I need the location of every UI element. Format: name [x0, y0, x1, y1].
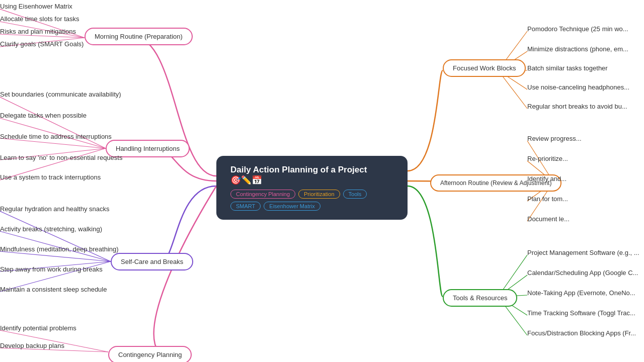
morning-leaf-1: Using Eisenhower Matrix — [0, 3, 72, 10]
mindmap-canvas: Daily Action Planning of a Project 🎯✏️📅 … — [0, 0, 644, 362]
afternoon-leaf-5: Document le... — [527, 215, 570, 223]
morning-leaf-3: Risks and plan mitigations — [0, 28, 76, 35]
tag-prioritization[interactable]: Prioritization — [298, 190, 340, 199]
tools-leaf-2: Calendar/Scheduling App (Google C... — [527, 269, 638, 277]
focused-leaf-3: Batch similar tasks together — [527, 64, 608, 72]
tools-leaf-1: Project Management Software (e.g., ... — [527, 249, 639, 256]
selfcare-leaf-5: Maintain a consistent sleep schedule — [0, 286, 107, 293]
tag-smart[interactable]: SMART — [230, 202, 261, 211]
center-icons: 🎯✏️📅 — [230, 175, 262, 185]
afternoon-leaf-1: Review progress... — [527, 135, 582, 142]
selfcare-leaf-4: Step away from work during breaks — [0, 265, 103, 273]
afternoon-leaf-3: Identify and... — [527, 175, 567, 183]
tools-leaf-4: Time Tracking Software (Toggl Trac... — [527, 309, 635, 317]
selfcare-leaf-3: Mindfulness (meditation, deep breathing) — [0, 245, 119, 253]
morning-routine-node[interactable]: Morning Routine (Preparation) — [85, 28, 193, 45]
center-tags: Contingency Planning Prioritization Tool… — [230, 190, 393, 211]
morning-leaf-4: Clarify goals (SMART Goals) — [0, 40, 84, 48]
handling-leaf-4: Learn to say 'no' to non-essential reque… — [0, 154, 122, 161]
selfcare-leaf-2: Activity breaks (stretching, walking) — [0, 225, 102, 233]
focused-leaf-2: Minimize distractions (phone, em... — [527, 45, 628, 53]
svg-line-11 — [0, 251, 111, 261]
afternoon-leaf-2: Re-prioritize... — [527, 155, 568, 162]
tools-leaf-3: Note-Taking App (Evernote, OneNo... — [527, 289, 635, 297]
morning-leaf-2: Allocate time slots for tasks — [0, 15, 79, 23]
focused-leaf-1: Pomodoro Technique (25 min wo... — [527, 25, 628, 33]
tools-leaf-5: Focus/Distraction Blocking Apps (Fr... — [527, 329, 636, 337]
selfcare-leaf-1: Regular hydration and healthy snacks — [0, 205, 110, 213]
tag-eisenhower[interactable]: Eisenhower Matrix — [264, 202, 320, 211]
tag-tools[interactable]: Tools — [343, 190, 367, 199]
contingency-leaf-2: Develop backup plans — [0, 342, 64, 349]
handling-leaf-3: Schedule time to address interruptions — [0, 133, 112, 140]
focused-work-node[interactable]: Focused Work Blocks — [443, 59, 526, 77]
center-node[interactable]: Daily Action Planning of a Project 🎯✏️📅 … — [216, 156, 408, 220]
afternoon-leaf-4: Plan for tom... — [527, 195, 568, 203]
selfcare-node[interactable]: Self-Care and Breaks — [111, 253, 193, 270]
center-title: Daily Action Planning of a Project — [230, 165, 393, 175]
handling-leaf-5: Use a system to track interruptions — [0, 173, 101, 181]
contingency-leaf-1: Identify potential problems — [0, 324, 76, 332]
tag-contingency[interactable]: Contingency Planning — [230, 190, 295, 199]
focused-leaf-5: Regular short breaks to avoid bu... — [527, 103, 627, 110]
tools-resources-node[interactable]: Tools & Resources — [443, 289, 517, 307]
svg-line-9 — [0, 211, 111, 261]
svg-line-4 — [0, 97, 106, 148]
handling-leaf-1: Set boundaries (communicate availability… — [0, 90, 121, 98]
handling-leaf-2: Delegate tasks when possible — [0, 112, 87, 119]
contingency-node[interactable]: Contingency Planning — [108, 346, 192, 362]
focused-leaf-4: Use noise-canceling headphones... — [527, 83, 629, 91]
